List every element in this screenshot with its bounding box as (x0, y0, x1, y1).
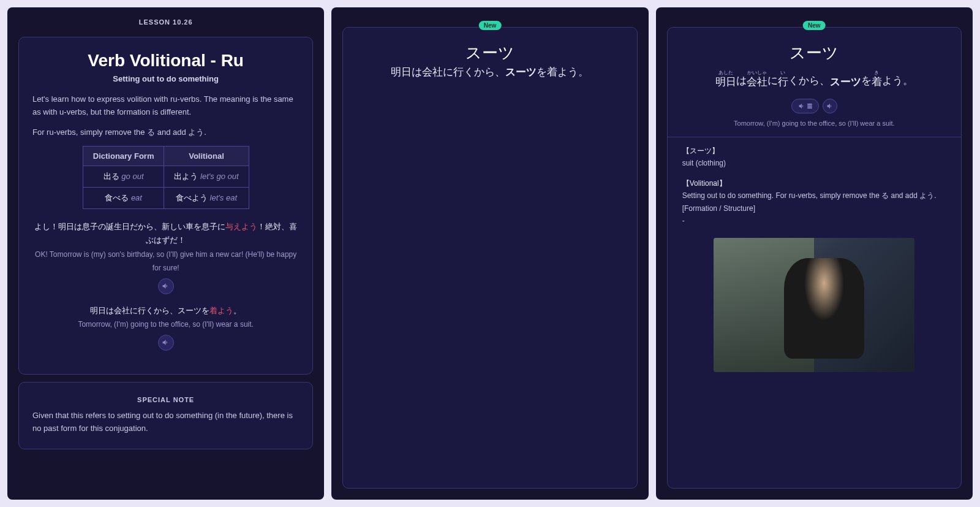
note-text: Given that this refers to setting out to… (32, 410, 299, 435)
audio-button-2[interactable] (158, 335, 174, 351)
speaker-icon (162, 282, 170, 290)
intro-text-1: Let's learn how to express volition with… (32, 93, 299, 119)
conjugation-table: Dictionary Form Volitional 出る go out 出よう… (83, 146, 249, 209)
audio-button[interactable] (823, 99, 837, 113)
vocab-card-simple: スーツ 明日は会社に行くから、スーツを着よう。 (342, 27, 637, 489)
grammar-card: Verb Volitional - Ru Setting out to do s… (18, 37, 313, 375)
audio-text-button[interactable] (791, 99, 819, 113)
lines-icon (807, 104, 812, 109)
speaker-icon (798, 102, 805, 110)
lesson-panel: LESSON 10.26 Verb Volitional - Ru Settin… (7, 7, 324, 500)
lesson-label: LESSON 10.26 (18, 18, 313, 26)
new-badge: New (803, 21, 826, 30)
vocab-panel-detail: New スーツ あした明日はかいしゃ会社にい行くから、 スーツをき着よう。 To… (656, 7, 973, 500)
table-header-vol: Volitional (164, 147, 249, 166)
intro-text-2: For ru-verbs, simply remove the る and ad… (32, 126, 299, 139)
vocab-card-detail: スーツ あした明日はかいしゃ会社にい行くから、 スーツをき着よう。 Tomorr… (667, 27, 962, 489)
note-label: SPECIAL NOTE (32, 396, 299, 403)
speaker-icon (826, 102, 834, 110)
card-title: Verb Volitional - Ru (32, 51, 299, 71)
example-1: よし！明日は息子の誕生日だから、新しい車を息子に与えよう！絶対、喜ぶはずだ！ O… (32, 220, 299, 274)
table-row: 出る go out 出よう let's go out (83, 166, 249, 188)
new-badge: New (479, 21, 502, 30)
divider (668, 137, 961, 137)
vocab-sentence-furigana: あした明日はかいしゃ会社にい行くから、 スーツをき着よう。 (682, 65, 946, 89)
audio-button-1[interactable] (158, 278, 174, 294)
vocab-word: スーツ (682, 42, 946, 64)
vocab-panel-simple: New スーツ 明日は会社に行くから、スーツを着よう。 (331, 7, 648, 500)
speaker-icon (162, 338, 170, 346)
example-2: 明日は会社に行くから、スーツを着よう。 Tomorrow, (I'm) goin… (32, 304, 299, 331)
note-card: SPECIAL NOTE Given that this refers to s… (18, 382, 313, 449)
vocab-word: スーツ (358, 42, 622, 64)
translation-text: Tomorrow, (I'm) going to the office, so … (682, 120, 946, 127)
table-row: 食べる eat 食べよう let's eat (83, 188, 249, 209)
definition-2: 【Volitional】 Setting out to do something… (682, 177, 946, 227)
example-image (714, 238, 914, 372)
definition-1: 【スーツ】 suit (clothing) (682, 145, 946, 170)
vocab-sentence: 明日は会社に行くから、スーツを着よう。 (358, 65, 622, 79)
control-row (682, 99, 946, 113)
table-header-dict: Dictionary Form (83, 147, 164, 166)
card-subtitle: Setting out to do something (32, 74, 299, 83)
